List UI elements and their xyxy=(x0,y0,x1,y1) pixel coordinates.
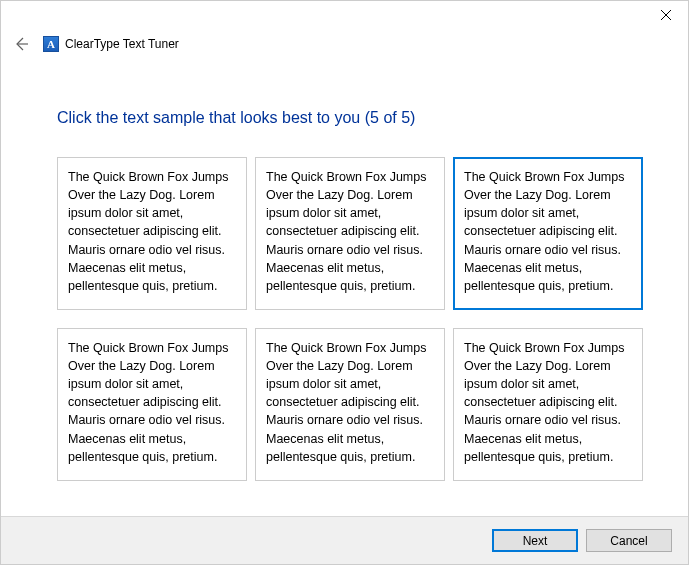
app-icon-letter: A xyxy=(47,38,55,50)
instruction-text: Click the text sample that looks best to… xyxy=(57,109,652,127)
text-sample-6[interactable]: The Quick Brown Fox Jumps Over the Lazy … xyxy=(453,328,643,481)
sample-text: The Quick Brown Fox Jumps Over the Lazy … xyxy=(68,170,228,293)
next-button[interactable]: Next xyxy=(492,529,578,552)
sample-text: The Quick Brown Fox Jumps Over the Lazy … xyxy=(68,341,228,464)
sample-text: The Quick Brown Fox Jumps Over the Lazy … xyxy=(464,341,624,464)
footer: Next Cancel xyxy=(1,516,688,564)
sample-grid: The Quick Brown Fox Jumps Over the Lazy … xyxy=(57,157,652,481)
sample-text: The Quick Brown Fox Jumps Over the Lazy … xyxy=(464,170,624,293)
back-button[interactable] xyxy=(11,34,31,54)
titlebar xyxy=(1,1,688,31)
back-arrow-icon xyxy=(13,36,29,52)
text-sample-4[interactable]: The Quick Brown Fox Jumps Over the Lazy … xyxy=(57,328,247,481)
text-sample-3[interactable]: The Quick Brown Fox Jumps Over the Lazy … xyxy=(453,157,643,310)
sample-text: The Quick Brown Fox Jumps Over the Lazy … xyxy=(266,341,426,464)
text-sample-2[interactable]: The Quick Brown Fox Jumps Over the Lazy … xyxy=(255,157,445,310)
window-title: ClearType Text Tuner xyxy=(65,37,179,51)
cancel-button[interactable]: Cancel xyxy=(586,529,672,552)
text-sample-1[interactable]: The Quick Brown Fox Jumps Over the Lazy … xyxy=(57,157,247,310)
text-sample-5[interactable]: The Quick Brown Fox Jumps Over the Lazy … xyxy=(255,328,445,481)
close-icon xyxy=(661,10,671,20)
close-button[interactable] xyxy=(643,1,688,29)
content-area: Click the text sample that looks best to… xyxy=(1,57,688,481)
header-row: A ClearType Text Tuner xyxy=(1,31,688,57)
cleartype-app-icon: A xyxy=(43,36,59,52)
sample-text: The Quick Brown Fox Jumps Over the Lazy … xyxy=(266,170,426,293)
